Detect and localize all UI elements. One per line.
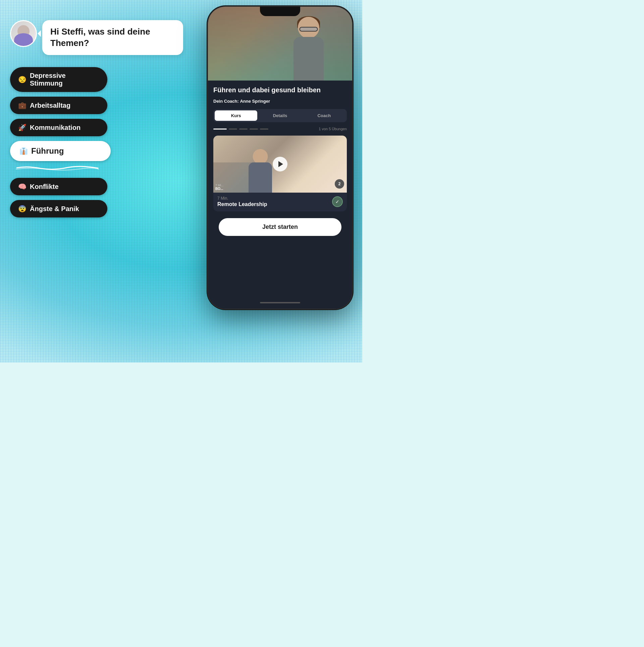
topic-label-kommunikation: Kommunikation — [30, 124, 80, 132]
video-thumbnail: 7 Mi... BO... — [213, 136, 347, 193]
tab-coach[interactable]: Coach — [303, 110, 345, 121]
coach-name: Anne Springer — [240, 99, 270, 104]
avatar — [10, 20, 37, 47]
phone-content-area: Führen und dabei gesund bleiben Dein Coa… — [208, 81, 352, 309]
topic-pill-depressive[interactable]: 😒 Depressive Stimmung — [10, 67, 107, 92]
topic-label-fuehrung: Führung — [31, 146, 64, 156]
main-content: Hi Steffi, was sind deine Themen? 😒 Depr… — [0, 0, 362, 362]
phone-wrapper: Führen und dabei gesund bleiben Dein Coa… — [208, 7, 352, 309]
tab-kurs[interactable]: Kurs — [215, 110, 257, 121]
topic-emoji-depressive: 😒 — [18, 76, 26, 84]
topic-label-konflikte: Konflikte — [30, 183, 59, 191]
progress-dot-2 — [229, 129, 237, 130]
video-meta: 7 Min. Remote Leadership — [217, 196, 267, 207]
video-person-body — [249, 162, 272, 193]
course-title: Führen und dabei gesund bleiben — [213, 86, 347, 94]
topic-pill-kommunikation[interactable]: 🚀 Kommunikation — [10, 119, 107, 136]
video-card[interactable]: 7 Mi... BO... — [213, 136, 347, 211]
phone-notch — [260, 7, 300, 16]
topic-pill-arbeitsalltag[interactable]: 💼 Arbeitsalltag — [10, 97, 107, 114]
speech-bubble: Hi Steffi, was sind deine Themen? — [42, 20, 183, 55]
progress-dot-4 — [250, 129, 258, 130]
topic-emoji-kommunikation: 🚀 — [18, 123, 26, 132]
topic-emoji-arbeitsalltag: 💼 — [18, 101, 26, 109]
video-person-head — [253, 149, 268, 164]
topic-pill-konflikte[interactable]: 🧠 Konflikte — [10, 178, 107, 195]
phone-screen: Führen und dabei gesund bleiben Dein Coa… — [208, 7, 352, 309]
topic-emoji-konflikte: 🧠 — [18, 183, 26, 191]
play-icon — [278, 161, 283, 167]
topic-emoji-aengste: 😨 — [18, 205, 26, 213]
progress-label: 1 von 5 Übungen — [319, 127, 347, 131]
progress-dots: 1 von 5 Übungen — [213, 127, 347, 131]
coach-glasses — [300, 27, 318, 32]
progress-dot-1 — [213, 129, 227, 130]
topics-list: 😒 Depressive Stimmung 💼 Arbeitsalltag 🚀 … — [10, 67, 111, 217]
video-badge: 2 — [335, 179, 344, 189]
play-button[interactable] — [273, 157, 287, 171]
coach-name-line: Dein Coach: Anne Springer — [213, 99, 347, 104]
scribble-decoration — [10, 164, 111, 172]
progress-dot-3 — [239, 129, 248, 130]
progress-dot-5 — [260, 129, 268, 130]
speech-area: Hi Steffi, was sind deine Themen? — [10, 20, 183, 55]
video-duration: 7 Min. — [217, 196, 267, 201]
cta-button[interactable]: Jetzt starten — [219, 218, 341, 236]
coach-body — [293, 37, 324, 81]
video-title: Remote Leadership — [217, 201, 267, 207]
topic-pill-aengste[interactable]: 😨 Ängste & Panik — [10, 200, 107, 217]
coach-label: Dein Coach: — [213, 99, 239, 104]
topic-label-aengste: Ängste & Panik — [30, 205, 79, 213]
coach-figure — [285, 13, 332, 81]
phone-header-image — [208, 7, 352, 81]
topic-pill-fuehrung[interactable]: 👔 Führung — [10, 141, 111, 161]
topic-label-depressive: Depressive Stimmung — [30, 72, 99, 87]
speech-text: Hi Steffi, was sind deine Themen? — [50, 27, 150, 48]
video-check-icon: ✓ — [332, 196, 343, 207]
phone-device: Führen und dabei gesund bleiben Dein Coa… — [208, 7, 352, 309]
phone-home-indicator — [260, 302, 300, 303]
tab-details[interactable]: Details — [259, 110, 301, 121]
video-info: 7 Min. Remote Leadership ✓ — [213, 193, 347, 211]
phone-tabs: Kurs Details Coach — [213, 109, 347, 122]
topic-emoji-fuehrung: 👔 — [19, 147, 28, 155]
topic-label-arbeitsalltag: Arbeitsalltag — [30, 102, 70, 109]
